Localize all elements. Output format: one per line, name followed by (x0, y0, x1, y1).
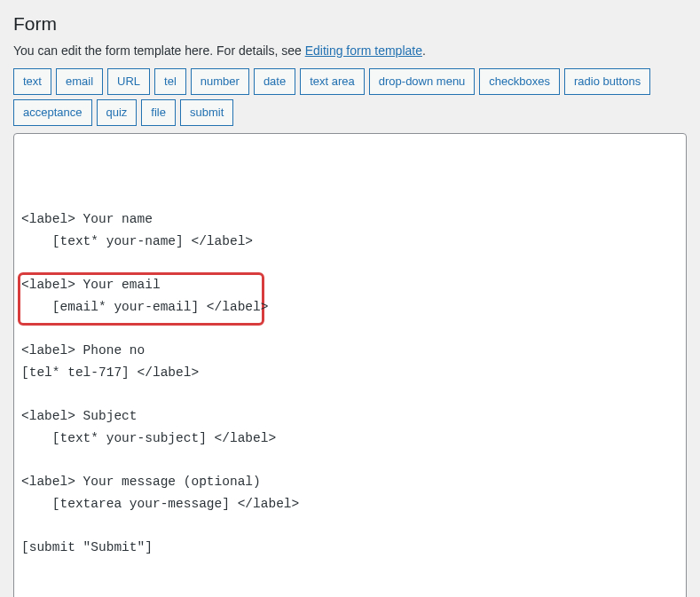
tag-button-submit[interactable]: submit (180, 99, 233, 126)
panel-desc-prefix: You can edit the form template here. For… (13, 43, 305, 58)
tag-button-drop-down-menu[interactable]: drop-down menu (369, 68, 476, 95)
tag-button-tel[interactable]: tel (154, 68, 186, 95)
tag-button-radio-buttons[interactable]: radio buttons (564, 68, 650, 95)
panel-description: You can edit the form template here. For… (13, 43, 687, 58)
form-template-text: <label> Your name [text* your-name] </la… (21, 208, 679, 558)
tag-button-email[interactable]: email (56, 68, 103, 95)
panel-desc-link[interactable]: Editing form template (305, 43, 422, 58)
tag-button-row: textemailURLtelnumberdatetext areadrop-d… (13, 68, 687, 126)
tag-button-number[interactable]: number (191, 68, 249, 95)
tag-button-checkboxes[interactable]: checkboxes (479, 68, 560, 95)
tag-button-file[interactable]: file (141, 99, 176, 126)
tag-button-URL[interactable]: URL (107, 68, 150, 95)
tag-button-text[interactable]: text (13, 68, 51, 95)
tag-button-quiz[interactable]: quiz (97, 99, 138, 126)
tag-button-text-area[interactable]: text area (300, 68, 365, 95)
panel-title: Form (13, 13, 687, 35)
tag-button-acceptance[interactable]: acceptance (13, 99, 92, 126)
form-template-area[interactable]: <label> Your name [text* your-name] </la… (13, 133, 687, 597)
panel-desc-suffix: . (422, 43, 426, 58)
tag-button-date[interactable]: date (254, 68, 295, 95)
form-panel: Form You can edit the form template here… (13, 13, 687, 597)
